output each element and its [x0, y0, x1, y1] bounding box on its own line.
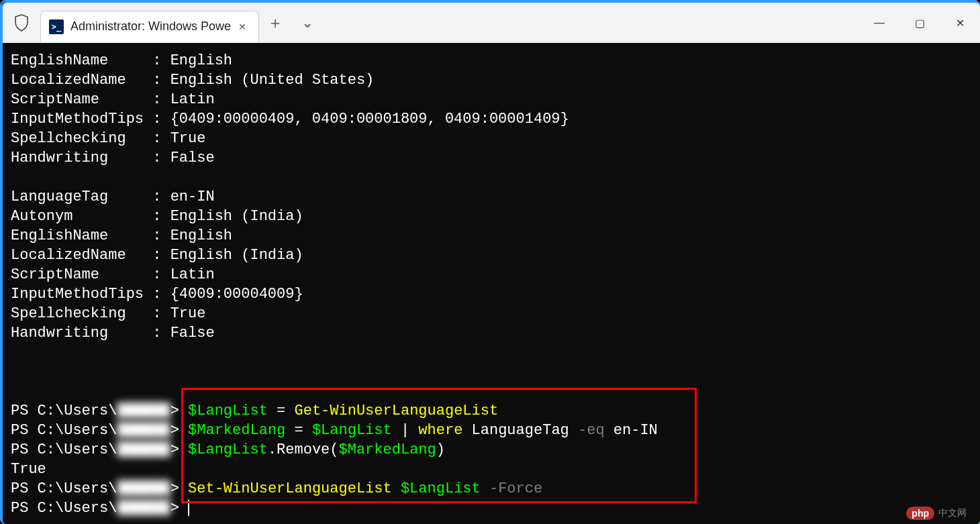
output-property-line: Spellchecking : True: [11, 304, 973, 323]
blank-line: [11, 343, 973, 362]
command-line-2: PS C:\Users\██████> $MarkedLang = $LangL…: [11, 421, 973, 440]
shield-icon: [3, 3, 40, 43]
output-property-line: ScriptName : Latin: [11, 90, 973, 109]
output-property-line: Autonym : English (India): [11, 207, 973, 226]
output-property-line: EnglishName : English: [11, 51, 973, 70]
blurred-username: ██████: [117, 403, 170, 419]
blurred-username: ██████: [117, 441, 170, 458]
blank-line: [11, 168, 973, 187]
output-property-line: ScriptName : Latin: [11, 265, 973, 284]
watermark-pill: php: [906, 507, 934, 520]
output-property-line: InputMethodTips : {0409:00000409, 0409:0…: [11, 109, 973, 129]
output-true: True: [11, 460, 973, 479]
output-property-line: Handwriting : False: [11, 323, 973, 343]
output-property-line: LocalizedName : English (India): [11, 246, 973, 265]
tab-title: Administrator: Windows Powe: [70, 19, 234, 34]
window-controls: — ▢ ✕: [859, 9, 980, 36]
titlebar: >_ Administrator: Windows Powe ✕ ＋ ⌄ — ▢…: [3, 3, 980, 43]
output-property-line: InputMethodTips : {4009:00004009}: [11, 284, 973, 304]
command-line-1: PS C:\Users\██████> $LangList = Get-WinU…: [11, 401, 973, 421]
terminal-output-area[interactable]: EnglishName : EnglishLocalizedName : Eng…: [3, 43, 980, 524]
minimize-button[interactable]: —: [859, 9, 899, 36]
output-property-line: LanguageTag : en-IN: [11, 187, 973, 207]
watermark-text: 中文网: [938, 507, 967, 519]
watermark: php中文网: [906, 507, 967, 520]
close-window-button[interactable]: ✕: [940, 9, 980, 36]
command-line-3: PS C:\Users\██████> $LangList.Remove($Ma…: [11, 440, 973, 460]
tab-dropdown-button[interactable]: ⌄: [291, 3, 324, 43]
output-property-line: Handwriting : False: [11, 148, 973, 168]
tab-active[interactable]: >_ Administrator: Windows Powe ✕: [40, 11, 259, 42]
new-tab-button[interactable]: ＋: [259, 3, 291, 43]
blank-line: [11, 362, 973, 382]
output-property-line: Spellchecking : True: [11, 129, 973, 148]
output-property-line: LocalizedName : English (United States): [11, 70, 973, 90]
prompt-cursor-line[interactable]: PS C:\Users\██████>: [11, 499, 973, 518]
blurred-username: ██████: [117, 422, 170, 439]
blank-line: [11, 382, 973, 401]
blurred-username: ██████: [117, 500, 170, 517]
maximize-button[interactable]: ▢: [899, 9, 940, 36]
tab-close-button[interactable]: ✕: [234, 19, 250, 35]
cursor-icon: [188, 500, 189, 516]
output-property-line: EnglishName : English: [11, 226, 973, 246]
powershell-icon: >_: [49, 19, 64, 34]
blurred-username: ██████: [117, 480, 170, 497]
command-line-4: PS C:\Users\██████> Set-WinUserLanguageL…: [11, 479, 973, 499]
